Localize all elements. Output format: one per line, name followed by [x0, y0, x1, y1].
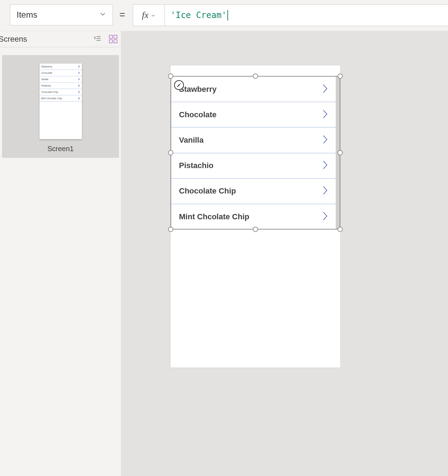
screen-name-label: Screen1	[2, 145, 119, 153]
list-item: Chocolate	[40, 70, 82, 76]
chevron-right-icon[interactable]	[321, 109, 329, 121]
resize-handle[interactable]	[168, 150, 173, 155]
screen-thumbnail-card[interactable]: Stawberry Chocolate Vanilla Pistachio Ch…	[2, 55, 119, 158]
property-dropdown-label: Items	[17, 10, 37, 20]
gallery-row-label: Mint Chcolate Chip	[179, 212, 249, 221]
gallery-row-label: Stawberry	[179, 85, 216, 94]
chevron-right-icon[interactable]	[321, 185, 329, 197]
list-item: Vanilla	[40, 76, 82, 83]
gallery-row[interactable]: Chocolate Chip	[171, 179, 340, 204]
formula-text: 'Ice Cream'	[171, 10, 227, 20]
chevron-right-icon[interactable]	[321, 211, 329, 223]
equals-sign: =	[119, 9, 125, 20]
text-cursor	[227, 10, 228, 20]
phone-frame: Stawberry Chocolate Vanilla Pistachio Ch…	[170, 65, 341, 368]
resize-handle[interactable]	[168, 73, 173, 79]
resize-handle[interactable]	[338, 73, 343, 79]
gallery-row[interactable]: Vanilla	[171, 127, 340, 153]
screen-thumbnail: Stawberry Chocolate Vanilla Pistachio Ch…	[40, 64, 82, 139]
gallery-row-label: Chocolate	[179, 110, 216, 119]
resize-handle[interactable]	[338, 227, 343, 232]
chevron-right-icon[interactable]	[321, 83, 329, 95]
chevron-down-icon	[151, 10, 156, 20]
resize-handle[interactable]	[168, 227, 173, 232]
screens-panel-title: Screens	[0, 35, 27, 44]
screens-panel: Screens Stawberry Chocolate Vanilla Pist…	[0, 31, 121, 476]
chevron-right-icon[interactable]	[321, 134, 329, 146]
edit-template-button[interactable]	[174, 80, 184, 90]
gallery-row-label: Pistachio	[179, 161, 214, 170]
gallery-row[interactable]: Mint Chcolate Chip	[171, 204, 340, 229]
collapse-tree-icon[interactable]	[93, 35, 102, 44]
resize-handle[interactable]	[253, 73, 258, 79]
property-dropdown[interactable]: Items	[10, 4, 113, 25]
gallery-control[interactable]: Stawberry Chocolate Vanilla Pistachio Ch…	[171, 76, 340, 230]
formula-box: fx 'Ice Cream'	[133, 4, 448, 26]
list-item: Stawberry	[40, 64, 82, 70]
list-item: Chocolate Chip	[40, 89, 82, 95]
formula-input[interactable]: 'Ice Cream'	[165, 5, 448, 26]
list-item: Mint Chcolate Chip	[40, 95, 82, 102]
list-item: Pistachio	[40, 83, 82, 89]
design-canvas[interactable]: Stawberry Chocolate Vanilla Pistachio Ch…	[121, 31, 448, 476]
gallery-row-label: Vanilla	[179, 136, 204, 145]
thumbnails-view-icon[interactable]	[108, 35, 118, 44]
chevron-right-icon[interactable]	[321, 160, 329, 172]
gallery-row[interactable]: Pistachio	[171, 153, 340, 179]
fx-button[interactable]: fx	[133, 5, 165, 26]
resize-handle[interactable]	[338, 150, 343, 155]
gallery-row-label: Chocolate Chip	[179, 186, 236, 196]
gallery-row[interactable]: Stawberry	[171, 77, 340, 102]
resize-handle[interactable]	[253, 227, 258, 232]
gallery-row[interactable]: Chocolate	[171, 102, 340, 127]
fx-icon: fx	[142, 10, 149, 20]
formula-bar: Items = fx 'Ice Cream'	[0, 0, 448, 31]
chevron-down-icon	[99, 10, 106, 20]
